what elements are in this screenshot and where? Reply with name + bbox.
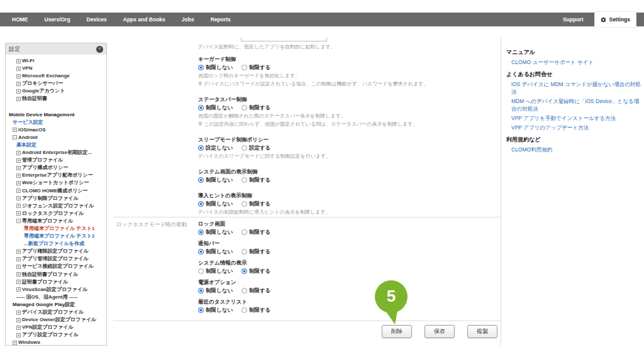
expand-icon[interactable]	[16, 333, 21, 337]
radio-unselected-icon[interactable]	[242, 145, 247, 151]
tree-item[interactable]: iOS/macOS	[6, 126, 106, 134]
expand-icon[interactable]	[13, 128, 17, 132]
expand-icon[interactable]	[16, 280, 21, 284]
radio-selected-icon[interactable]	[198, 201, 204, 207]
radio-unselected-icon[interactable]	[198, 268, 204, 274]
expand-icon[interactable]	[16, 211, 21, 216]
expand-icon[interactable]	[13, 341, 17, 345]
expand-icon[interactable]	[16, 82, 21, 86]
radio-option[interactable]: 制限する	[242, 248, 270, 256]
radio-option[interactable]: 制限する	[242, 307, 270, 314]
radio-selected-icon[interactable]	[198, 65, 204, 70]
tree-item[interactable]: プロキシサーバー	[6, 80, 106, 87]
tree-item[interactable]: VPN設定プロファイル	[6, 324, 106, 331]
tree-item[interactable]: サービス設定	[6, 119, 106, 126]
tree-item[interactable]: アプリ構成ポリシー	[6, 164, 106, 172]
expand-icon[interactable]	[16, 287, 21, 292]
tree-item[interactable]: Webショートカットポリシー	[6, 179, 106, 187]
tree-item[interactable]: アプリ設定プロファイル	[6, 331, 106, 339]
nav-item[interactable]: Devices	[79, 13, 115, 26]
settings-tab[interactable]: Settings	[594, 12, 636, 27]
help-link[interactable]: CLOMO ユーザーサポート サイト	[506, 58, 641, 66]
radio-option[interactable]: 制限する	[242, 268, 270, 275]
expand-icon[interactable]	[16, 272, 21, 277]
expand-icon[interactable]	[16, 265, 21, 269]
tree-item[interactable]: Wi-Fi	[6, 57, 106, 65]
nav-support[interactable]: Support	[552, 13, 595, 26]
tree-item[interactable]: デバイス設定プロファイル	[6, 309, 106, 316]
radio-option[interactable]: 制限する	[242, 229, 270, 236]
tree-item[interactable]: 専用端末プロファイル テスト2	[6, 233, 106, 240]
nav-item[interactable]: Apps and Books	[115, 13, 174, 26]
tree-item[interactable]: VPN	[6, 65, 106, 72]
tree-item[interactable]: アプリ権限設定プロファイル	[6, 248, 106, 255]
help-link[interactable]: VPP アプリを手動でインストールする方法	[506, 114, 641, 122]
nav-item[interactable]: Reports	[203, 13, 239, 26]
radio-selected-icon[interactable]	[242, 268, 247, 274]
expand-icon[interactable]	[16, 318, 21, 322]
expand-icon[interactable]	[16, 151, 21, 155]
radio-option[interactable]: 制限しない	[198, 200, 233, 208]
tree-item[interactable]: 独自証明書プロファイル	[6, 271, 106, 278]
radio-option[interactable]: 制限しない	[198, 177, 233, 184]
expand-icon[interactable]	[16, 204, 21, 208]
expand-icon[interactable]	[16, 166, 21, 170]
text-field-clipped[interactable]	[241, 38, 327, 41]
tree-item[interactable]: Windows	[6, 339, 106, 346]
tree-item[interactable]: アプリ管理設定プロファイル	[6, 255, 106, 263]
tree-item[interactable]: Managed Google Play設定	[6, 301, 106, 309]
radio-unselected-icon[interactable]	[242, 229, 247, 235]
radio-option[interactable]: 設定する	[242, 145, 270, 152]
radio-unselected-icon[interactable]	[242, 105, 247, 111]
tree-item[interactable]: ----- 旧OS、旧Agent用 -----	[6, 293, 106, 301]
tree-item[interactable]: Enterpriseアプリ配布ポリシー	[6, 172, 106, 179]
tree-item[interactable]: Android Enterprise初期設定...	[6, 149, 106, 156]
tree-item[interactable]: サービス接続設定プロファイル	[6, 263, 106, 270]
radio-unselected-icon[interactable]	[242, 307, 247, 313]
tree-item[interactable]: Device Owner設定プロファイル	[6, 316, 106, 324]
expand-icon[interactable]	[16, 67, 21, 71]
expand-icon[interactable]	[16, 59, 21, 63]
radio-option[interactable]: 制限する	[242, 177, 270, 184]
expand-icon[interactable]	[16, 196, 21, 200]
expand-icon[interactable]	[16, 326, 21, 330]
expand-icon[interactable]	[16, 97, 21, 101]
save-button[interactable]: 保存	[425, 325, 455, 338]
expand-icon[interactable]	[16, 74, 21, 79]
radio-option[interactable]: 制限する	[242, 287, 270, 295]
tree-item[interactable]: 専用端末プロファイル	[6, 217, 106, 225]
radio-option[interactable]: 制限しない	[198, 248, 233, 256]
expand-icon[interactable]	[16, 173, 21, 178]
tree-item[interactable]: VirusScan設定プロファイル	[6, 286, 106, 293]
tree-item[interactable]: CLOMO HOME構成ポリシー	[6, 187, 106, 195]
radio-option[interactable]: 制限する	[242, 64, 270, 72]
radio-option[interactable]: 設定しない	[198, 145, 233, 152]
tree-item[interactable]: ...新規プロファイルを作成	[6, 240, 106, 248]
help-link[interactable]: VPP アプリのアップデート方法	[506, 124, 641, 131]
tree-item[interactable]: Android	[6, 134, 106, 141]
expand-icon[interactable]	[16, 310, 21, 315]
nav-item[interactable]: Users/Org	[36, 13, 79, 26]
radio-option[interactable]: 制限しない	[198, 287, 233, 295]
radio-unselected-icon[interactable]	[242, 288, 247, 293]
radio-selected-icon[interactable]	[198, 105, 204, 111]
expand-icon[interactable]	[16, 189, 21, 193]
expand-icon[interactable]	[16, 219, 21, 223]
radio-selected-icon[interactable]	[198, 307, 204, 313]
radio-unselected-icon[interactable]	[242, 249, 247, 255]
radio-selected-icon[interactable]	[198, 288, 204, 293]
radio-selected-icon[interactable]	[198, 177, 204, 183]
tree-item[interactable]: Microsoft Exchange	[6, 72, 106, 80]
help-link[interactable]: CLOMO利用規約	[506, 146, 641, 153]
radio-selected-icon[interactable]	[198, 229, 204, 235]
expand-icon[interactable]	[16, 89, 21, 94]
nav-item[interactable]: Jobs	[174, 13, 203, 26]
duplicate-button[interactable]: 複製	[467, 325, 497, 338]
radio-unselected-icon[interactable]	[242, 177, 247, 183]
radio-selected-icon[interactable]	[198, 249, 204, 255]
radio-option[interactable]: 制限する	[242, 200, 270, 208]
radio-option[interactable]: 制限しない	[198, 104, 233, 112]
radio-selected-icon[interactable]	[198, 145, 204, 151]
radio-option[interactable]: 制限する	[242, 104, 270, 112]
tree-item[interactable]: Googleアカウント	[6, 87, 106, 95]
